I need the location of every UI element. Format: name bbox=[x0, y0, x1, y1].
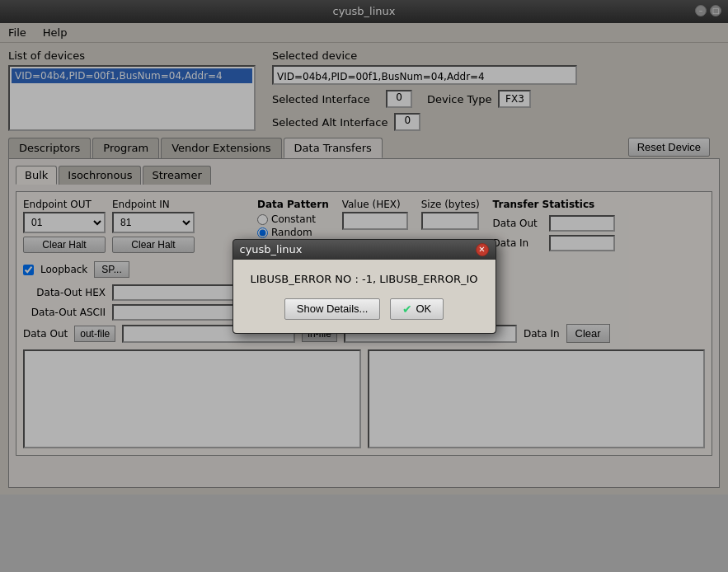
modal-title-bar: cyusb_linux ✕ bbox=[233, 240, 496, 260]
ok-check-icon: ✔ bbox=[402, 302, 412, 316]
ok-label: OK bbox=[416, 302, 431, 315]
modal-body: LIBUSB_ERROR NO : -1, LIBUSB_ERROR_IO Sh… bbox=[233, 260, 496, 333]
show-details-button[interactable]: Show Details... bbox=[284, 298, 381, 320]
ok-button[interactable]: ✔ OK bbox=[390, 298, 444, 320]
modal-buttons: Show Details... ✔ OK bbox=[247, 298, 482, 320]
modal-message: LIBUSB_ERROR NO : -1, LIBUSB_ERROR_IO bbox=[247, 273, 482, 285]
modal-title: cyusb_linux bbox=[240, 243, 303, 256]
modal-close-button[interactable]: ✕ bbox=[476, 243, 489, 256]
modal-overlay: cyusb_linux ✕ LIBUSB_ERROR NO : -1, LIBU… bbox=[0, 0, 728, 572]
error-modal: cyusb_linux ✕ LIBUSB_ERROR NO : -1, LIBU… bbox=[232, 239, 496, 334]
